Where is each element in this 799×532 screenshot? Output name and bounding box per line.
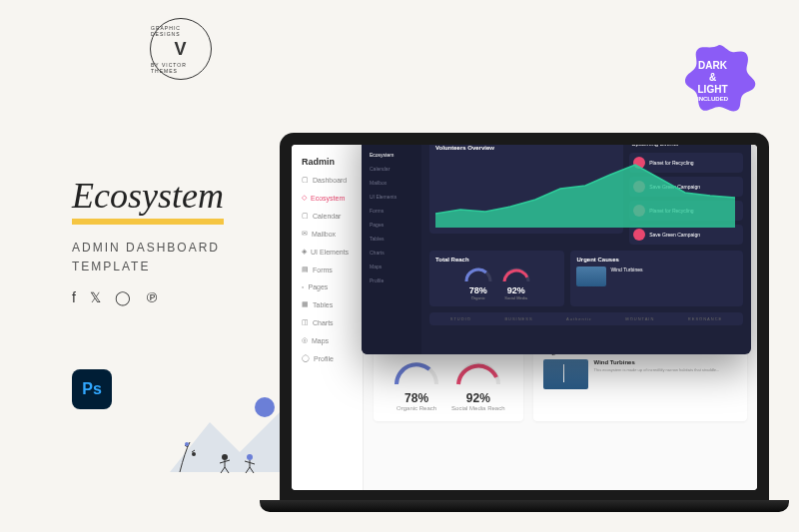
event-icon xyxy=(633,229,645,241)
nav-ecosystem[interactable]: ◇Ecosystem xyxy=(292,189,363,207)
brand-logo[interactable]: Radmin xyxy=(292,153,363,171)
victor-logo: V xyxy=(174,39,187,60)
cause-thumbnail[interactable] xyxy=(543,359,588,389)
dark-light-badge: DARK & LIGHT INCLUDED xyxy=(679,40,759,120)
nav-profile[interactable]: ◯Profile xyxy=(292,349,363,367)
svg-point-0 xyxy=(255,397,275,417)
partners-row: STUDIO BUSINESS Authentic MOUNTAIN RESON… xyxy=(429,312,743,325)
designer-badge: GRAPHIC DESIGNS V BY VICTOR THEMES xyxy=(150,18,212,80)
light-dashboard: Radmin ▢Dashboard ◇Ecosystem ▢Calendar ✉… xyxy=(292,145,757,490)
volunteers-chart-card: Volunteers Overview xyxy=(429,145,623,234)
nav-ui[interactable]: ◈UI Elements xyxy=(292,243,363,261)
svg-point-2 xyxy=(192,452,196,456)
area-chart xyxy=(435,158,735,228)
gauge-social: 92% Social Media Reach xyxy=(451,359,504,411)
dark-reach-card: Total Reach 78%Organic 92%Social Media xyxy=(429,251,564,306)
gauge-organic: 78% Organic Reach xyxy=(392,359,441,411)
photoshop-badge: Ps xyxy=(72,369,112,409)
nav-dashboard[interactable]: ▢Dashboard xyxy=(292,171,363,189)
product-title: Ecosystem xyxy=(72,175,224,225)
nav-charts[interactable]: ◫Charts xyxy=(292,313,363,331)
nav-tables[interactable]: ▦Tables xyxy=(292,295,363,313)
cause-thumbnail xyxy=(576,266,606,286)
svg-point-6 xyxy=(247,454,253,460)
svg-point-5 xyxy=(222,454,228,460)
social-links: f 𝕏 ◯ ℗ xyxy=(72,289,159,305)
dark-dashboard: Radmin Dashboard Ecosystem Calendar Mail… xyxy=(362,145,751,354)
nav-mailbox[interactable]: ✉Mailbox xyxy=(292,225,363,243)
instagram-icon[interactable]: ◯ xyxy=(115,289,131,305)
nav-maps[interactable]: ◎Maps xyxy=(292,331,363,349)
dark-sidebar: Radmin Dashboard Ecosystem Calendar Mail… xyxy=(362,145,421,354)
event-item[interactable]: Save Green Campaign xyxy=(629,225,743,245)
nav-ecosystem[interactable]: Ecosystem xyxy=(362,148,421,162)
facebook-icon[interactable]: f xyxy=(72,289,76,305)
pinterest-icon[interactable]: ℗ xyxy=(145,289,159,305)
laptop-mockup: Radmin ▢Dashboard ◇Ecosystem ▢Calendar ✉… xyxy=(280,133,769,512)
svg-point-1 xyxy=(185,442,189,446)
nav-calendar[interactable]: ▢Calendar xyxy=(292,207,363,225)
nav-pages[interactable]: ▫Pages xyxy=(292,278,363,295)
twitter-icon[interactable]: 𝕏 xyxy=(90,289,101,305)
light-sidebar: Radmin ▢Dashboard ◇Ecosystem ▢Calendar ✉… xyxy=(292,145,364,490)
nav-forms[interactable]: ▤Forms xyxy=(292,261,363,278)
promo-heading: Ecosystem ADMIN DASHBOARD TEMPLATE xyxy=(72,175,224,276)
dark-urgent-card: Urgent Causes Wind Turbines xyxy=(570,251,743,306)
